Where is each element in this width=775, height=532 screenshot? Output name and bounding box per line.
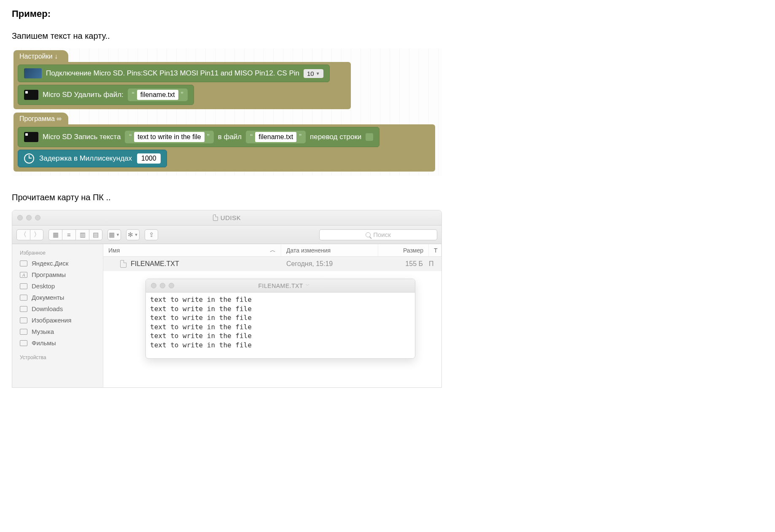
target-file-slot[interactable]: filename.txt	[246, 131, 306, 143]
zoom-icon[interactable]	[35, 215, 40, 220]
chevron-down-icon[interactable]: ﹀	[306, 283, 310, 288]
caption-write: Запишем текст на карту..	[12, 31, 763, 41]
sidebar-item-label: Фильмы	[32, 339, 56, 347]
sidebar-item-movies[interactable]: Фильмы	[12, 337, 103, 349]
window-controls[interactable]	[17, 215, 40, 220]
texteditor-body[interactable]: text to write in the file text to write …	[146, 293, 415, 358]
action-button[interactable]: ✻▼	[126, 229, 140, 240]
icon-view-button[interactable]: ▦	[48, 229, 62, 240]
sidebar-item-label: Программы	[32, 271, 66, 278]
example-heading: Пример:	[12, 8, 763, 19]
file-date: Сегодня, 15:19	[281, 260, 378, 268]
chevron-down-icon: ▼	[316, 71, 320, 76]
cs-pin-dropdown[interactable]: 10 ▼	[304, 69, 323, 78]
forward-button[interactable]: 〉	[30, 229, 43, 240]
sd-card-icon	[24, 132, 38, 142]
timer-icon	[24, 153, 34, 164]
file-listing: Имя︿ Дата изменения Размер Т FILENAME.TX…	[103, 244, 441, 387]
sidebar-item-label: Изображения	[32, 317, 71, 324]
view-buttons: ▦ ≡ ▥ ▤	[48, 229, 102, 240]
finder-sidebar: Избранное Яндекс.Диск Программы Desktop …	[12, 244, 103, 387]
desktop-icon	[20, 283, 27, 289]
close-icon[interactable]	[151, 283, 156, 288]
movies-icon	[20, 340, 27, 346]
finder-window: UDISK 〈 〉 ▦ ≡ ▥ ▤ ▦▼ ✻▼ ⇪ Поиск Избранно…	[12, 210, 442, 388]
zoom-icon[interactable]	[169, 283, 174, 288]
write-text-slot[interactable]: text to write in the file	[125, 131, 213, 143]
file-name: FILENAME.TXT	[131, 260, 179, 268]
sidebar-item-yandex[interactable]: Яндекс.Диск	[12, 258, 103, 269]
loop-hat[interactable]: Программа ∞	[13, 113, 68, 124]
delay-value-input[interactable]: 1000	[137, 153, 161, 164]
delete-filename-value: filename.txt	[137, 90, 178, 100]
close-icon[interactable]	[17, 215, 23, 220]
minimize-icon[interactable]	[160, 283, 165, 288]
finder-title: UDISK	[221, 214, 241, 221]
delay-block[interactable]: Задержка в Миллисекундах 1000	[18, 150, 167, 167]
setup-hat[interactable]: Настройки ↓	[13, 50, 68, 62]
sidebar-item-desktop[interactable]: Desktop	[12, 280, 103, 292]
applications-icon	[20, 272, 27, 278]
write-text-value: text to write in the file	[134, 132, 204, 142]
table-row[interactable]: FILENAME.TXT Сегодня, 15:19 155 Б П	[103, 257, 441, 271]
back-button[interactable]: 〈	[16, 229, 30, 240]
document-icon	[120, 260, 126, 268]
sidebar-item-apps[interactable]: Программы	[12, 269, 103, 280]
sidebar-item-documents[interactable]: Документы	[12, 292, 103, 303]
sidebar-item-label: Desktop	[32, 282, 55, 290]
newline-label: перевод строки	[310, 133, 361, 141]
sd-card-icon	[24, 90, 38, 100]
sidebar-item-label: Downloads	[32, 305, 63, 312]
music-icon	[20, 329, 27, 335]
folder-icon	[20, 261, 27, 266]
sd-delete-block[interactable]: Micro SD Удалить файл: filename.txt	[18, 85, 194, 105]
column-view-button[interactable]: ▥	[75, 229, 89, 240]
finder-titlebar[interactable]: UDISK	[12, 210, 441, 226]
delete-filename-slot[interactable]: filename.txt	[128, 89, 188, 101]
col-kind[interactable]: Т	[429, 244, 441, 256]
column-headers: Имя︿ Дата изменения Размер Т	[103, 244, 441, 257]
caption-read: Прочитаем карту на ПК ..	[12, 193, 763, 202]
newline-checkbox[interactable]	[366, 133, 373, 141]
sd-write-label: Micro SD Запись текста	[43, 133, 121, 141]
texteditor-window: FILENAME.TXT ﹀ text to write in the file…	[145, 279, 415, 359]
target-file-value: filename.txt	[255, 132, 296, 142]
col-size[interactable]: Размер	[378, 244, 429, 256]
sd-delete-label: Micro SD Удалить файл:	[43, 91, 124, 99]
sidebar-item-downloads[interactable]: Downloads	[12, 303, 103, 314]
col-name[interactable]: Имя︿	[103, 244, 281, 256]
setup-stack: Подключение Micro SD. Pins:SCK Pin13 MOS…	[13, 62, 351, 109]
sd-write-block[interactable]: Micro SD Запись текста text to write in …	[18, 127, 379, 147]
loop-stack: Micro SD Запись текста text to write in …	[13, 124, 435, 172]
documents-icon	[20, 295, 27, 301]
sort-asc-icon: ︿	[270, 247, 276, 254]
sidebar-item-label: Музыка	[32, 328, 54, 335]
sidebar-item-music[interactable]: Музыка	[12, 326, 103, 337]
sd-connect-block[interactable]: Подключение Micro SD. Pins:SCK Pin13 MOS…	[18, 64, 330, 82]
downloads-icon	[20, 306, 27, 312]
col-date[interactable]: Дата изменения	[281, 244, 378, 256]
sidebar-item-label: Документы	[32, 294, 64, 301]
window-controls[interactable]	[151, 283, 174, 288]
sidebar-heading-devices: Устройства	[12, 353, 103, 362]
blocks-canvas: Настройки ↓ Подключение Micro SD. Pins:S…	[12, 48, 442, 176]
sidebar-item-pictures[interactable]: Изображения	[12, 314, 103, 326]
finder-toolbar: 〈 〉 ▦ ≡ ▥ ▤ ▦▼ ✻▼ ⇪ Поиск	[12, 226, 441, 244]
texteditor-titlebar[interactable]: FILENAME.TXT ﹀	[146, 279, 415, 293]
arrange-button[interactable]: ▦▼	[108, 229, 121, 240]
volume-icon	[213, 215, 218, 221]
share-button[interactable]: ⇪	[145, 229, 158, 240]
list-view-button[interactable]: ≡	[62, 229, 75, 240]
file-kind: П	[429, 260, 441, 268]
pictures-icon	[20, 317, 27, 323]
minimize-icon[interactable]	[26, 215, 32, 220]
search-input[interactable]: Поиск	[319, 229, 437, 240]
sidebar-heading-favorites: Избранное	[12, 248, 103, 258]
search-placeholder: Поиск	[373, 231, 391, 238]
sidebar-item-label: Яндекс.Диск	[32, 260, 68, 267]
texteditor-title: FILENAME.TXT	[258, 282, 303, 289]
to-file-label: в файл	[218, 133, 242, 141]
document-icon	[251, 283, 256, 289]
cs-pin-value: 10	[307, 70, 314, 77]
gallery-view-button[interactable]: ▤	[89, 229, 102, 240]
